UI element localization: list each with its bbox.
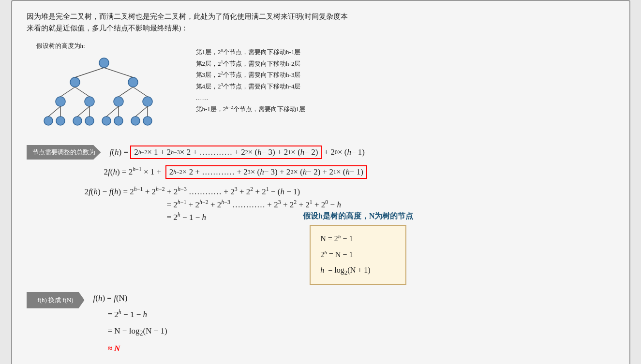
svg-point-14 — [56, 116, 65, 125]
result-line3: h = log2(N + 1) — [320, 262, 396, 279]
svg-line-23 — [77, 106, 89, 116]
svg-line-3 — [75, 68, 104, 77]
svg-point-0 — [99, 58, 109, 68]
svg-point-17 — [102, 116, 111, 125]
svg-point-15 — [73, 116, 82, 125]
intro-line1: 因为堆是完全二叉树，而满二叉树也是完全二叉树，此处为了简化使用满二叉树来证明(时… — [27, 13, 348, 20]
arrow-box-1: 节点需要调整的总数为 — [27, 145, 101, 160]
tree-section: 假设树的高度为h: — [27, 42, 615, 140]
formula-row-fn: f(h) 换成 f(N) f(h) = f(N) = 2h − 1 − h = … — [27, 290, 615, 357]
svg-point-6 — [85, 97, 94, 106]
intro-text: 因为堆是完全二叉树，而满二叉树也是完全二叉树，此处为了简化使用满二叉树来证明(时… — [27, 11, 615, 34]
subtraction-row-3: = 2h − 1 − h 假设h是树的高度，N为树的节点 N = 2h − 1 … — [27, 211, 615, 285]
svg-point-5 — [56, 97, 65, 106]
formula-subtraction-2: = 2h−1 + 2h−2 + 2h−3 ………… + 23 + 22 + 21… — [27, 199, 615, 210]
result-line1: N = 2h − 1 — [320, 231, 396, 247]
svg-point-7 — [114, 97, 123, 106]
tree-notes: 第1层，20个节点，需要向下移动h-1层 第2层，21个节点，需要向下移动h-2… — [196, 42, 306, 115]
fn-line4: ≈ N — [93, 340, 167, 357]
arrow-box-2: f(h) 换成 f(N) — [27, 292, 85, 308]
svg-point-20 — [143, 116, 152, 125]
svg-point-19 — [131, 116, 140, 125]
intro-line2: 来看的就是近似值，多几个结点不影响最终结果)： — [27, 24, 189, 32]
result-line2: 2h = N − 1 — [320, 247, 396, 262]
formula-subtraction-1: 2f(h) − f(h) = 2h−1 + 2h−2 + 2h−3 ………… +… — [27, 186, 615, 197]
svg-line-25 — [106, 106, 119, 116]
svg-line-10 — [75, 87, 89, 97]
fn-formulas: f(h) = f(N) = 2h − 1 − h = N − log2(N + … — [93, 290, 167, 357]
highlight-note: 假设h是树的高度，N为树的节点 — [303, 211, 413, 221]
svg-point-8 — [143, 97, 152, 106]
svg-line-21 — [48, 106, 60, 116]
svg-point-13 — [44, 116, 53, 125]
main-container: 因为堆是完全二叉树，而满二叉树也是完全二叉树，此处为了简化使用满二叉树来证明(时… — [11, 0, 630, 364]
svg-point-2 — [128, 77, 138, 87]
formula-f2-redbox: 2h−2 × 2 + ………… + 23 × (h − 3) + 22 × (h… — [165, 165, 367, 179]
svg-point-1 — [70, 77, 80, 87]
label-arrow-2: f(h) 换成 f(N) — [27, 292, 85, 308]
svg-point-18 — [114, 116, 123, 125]
formula-content-1: f(h) = 2h−2 × 1 + 2h−3 × 2 + ………… + 22 ×… — [110, 146, 365, 159]
tree-diagram: 假设树的高度为h: — [27, 42, 181, 140]
svg-line-4 — [104, 68, 133, 77]
formula-subtraction-3: = 2h − 1 − h — [27, 211, 206, 222]
fn-line2: = 2h − 1 − h — [93, 306, 167, 323]
tree-label: 假设树的高度为h: — [36, 42, 85, 50]
svg-line-27 — [135, 106, 148, 116]
formula-f1-redbox: 2h−2 × 1 + 2h−3 × 2 + ………… + 22 × (h − 3… — [130, 146, 322, 159]
tree-svg — [34, 53, 174, 140]
fn-line3: = N − log2(N + 1) — [93, 323, 167, 340]
svg-point-16 — [85, 116, 94, 125]
formula-row-1: 节点需要调整的总数为 f(h) = 2h−2 × 1 + 2h−3 × 2 + … — [27, 145, 615, 160]
svg-line-12 — [133, 87, 148, 97]
result-box: N = 2h − 1 2h = N − 1 h = log2(N + 1) — [310, 225, 406, 285]
svg-line-11 — [119, 87, 133, 97]
fn-line1: f(h) = f(N) — [93, 290, 167, 306]
label-arrow-1: 节点需要调整的总数为 — [27, 145, 101, 160]
svg-line-9 — [60, 87, 75, 97]
right-info: 假设h是树的高度，N为树的节点 N = 2h − 1 2h = N − 1 h … — [303, 211, 413, 285]
formula-row-2: 2f(h) = 2h−1 × 1 + 2h−2 × 2 + ………… + 23 … — [27, 165, 615, 179]
